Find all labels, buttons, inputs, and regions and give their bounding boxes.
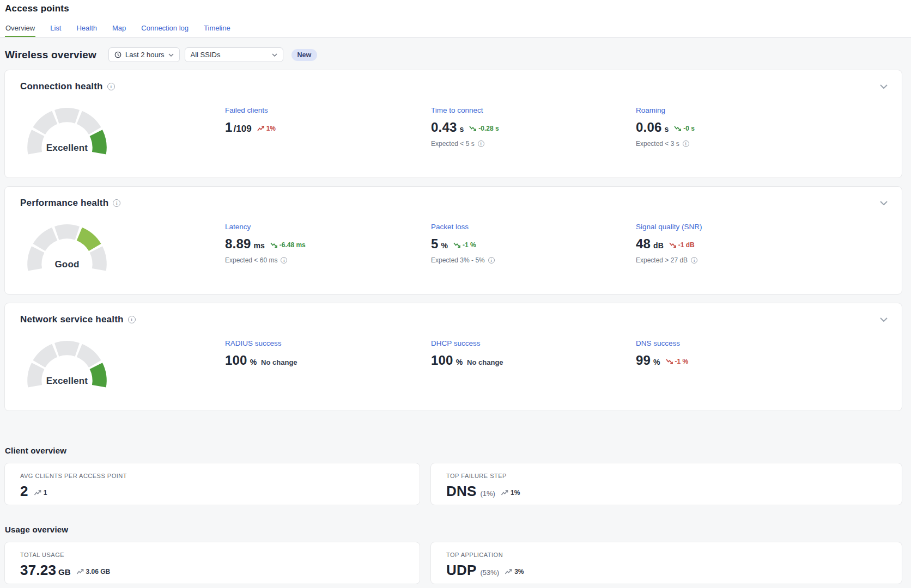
tab-list[interactable]: List — [50, 22, 62, 37]
health-gauge: Excellent — [21, 102, 113, 155]
trend-indicator: -0.28 s — [469, 125, 499, 132]
tab-overview[interactable]: Overview — [5, 22, 35, 37]
trend-down-icon — [669, 242, 676, 248]
time-range-select[interactable]: Last 2 hours — [108, 47, 180, 62]
info-icon[interactable]: i — [691, 257, 697, 264]
trend-indicator: 3% — [505, 568, 524, 575]
top-failure-step-card: TOP FAILURE STEP DNS (1%) 1% — [430, 463, 902, 505]
metric-value: 0.06 — [636, 120, 662, 135]
tab-timeline[interactable]: Timeline — [203, 22, 231, 37]
clock-icon — [114, 51, 122, 58]
wireless-overview-title: Wireless overview — [5, 49, 96, 61]
trend-indicator: No change — [261, 358, 297, 366]
stat-value: 2 — [20, 483, 28, 500]
expected-range: Expected < 3 s i — [636, 140, 816, 148]
gauge-segment — [33, 228, 58, 251]
collapse-chevron-icon[interactable] — [880, 315, 888, 323]
card-title: Performance health — [20, 198, 108, 209]
health-gauge: Good — [21, 218, 113, 271]
connection-health-card: Connection health i Excellent Failed cli… — [4, 70, 902, 178]
tab-connection-log[interactable]: Connection log — [141, 22, 189, 37]
trend-indicator: 1% — [257, 125, 276, 132]
health-gauge: Excellent — [21, 335, 113, 388]
metric-label[interactable]: Roaming — [636, 106, 665, 114]
metric-value: 48 — [636, 236, 651, 252]
metric-label[interactable]: Failed clients — [225, 106, 268, 114]
ssid-select[interactable]: All SSIDs — [185, 47, 283, 62]
collapse-chevron-icon[interactable] — [880, 82, 888, 90]
gauge-segment — [54, 224, 80, 240]
time-range-value: Last 2 hours — [125, 51, 165, 59]
trend-down-icon — [453, 242, 460, 248]
info-icon[interactable]: i — [488, 257, 495, 264]
gauge-label: Excellent — [21, 143, 113, 154]
metric-label[interactable]: DHCP success — [431, 339, 481, 347]
trend-up-icon — [34, 489, 41, 496]
card-title: Network service health — [20, 314, 124, 325]
gauge-segment — [77, 228, 101, 251]
trend-up-icon — [76, 568, 84, 575]
metric-value: 0.43 — [431, 120, 457, 135]
info-icon[interactable]: i — [281, 257, 287, 264]
info-icon[interactable]: i — [107, 83, 115, 90]
metric-dhcp-success: DHCP success 100% No change — [431, 338, 611, 368]
stat-label: TOTAL USAGE — [20, 552, 420, 558]
metric-label[interactable]: Signal quality (SNR) — [636, 223, 702, 231]
metric-value: 5 — [431, 236, 439, 252]
metric-value: 8.89 — [225, 236, 251, 252]
trend-indicator: -1 % — [666, 358, 689, 365]
metric-value: 99 — [636, 353, 651, 368]
total-usage-card: TOTAL USAGE 37.23GB 3.06 GB — [4, 542, 420, 584]
metric-packet-loss: Packet loss 5% -1 % Expected 3% - 5% i — [431, 222, 611, 264]
expected-range: Expected > 27 dB i — [636, 256, 816, 264]
metric-value: 100 — [431, 353, 453, 368]
tab-bar: Overview List Health Map Connection log … — [0, 22, 911, 38]
trend-indicator: -6.48 ms — [270, 241, 306, 249]
metric-label[interactable]: RADIUS success — [225, 339, 282, 347]
metric-label[interactable]: Packet loss — [431, 223, 469, 231]
metric-time-to-connect: Time to connect 0.43s -0.28 s Expected <… — [431, 105, 611, 148]
trend-indicator: No change — [467, 358, 503, 366]
info-icon[interactable]: i — [683, 140, 689, 147]
avg-clients-card: AVG CLIENTS PER ACCESS POINT 2 1 — [4, 463, 420, 505]
metric-label[interactable]: Time to connect — [431, 106, 483, 114]
tab-health[interactable]: Health — [76, 22, 98, 37]
gauge-segment — [77, 344, 101, 367]
metric-label[interactable]: DNS success — [636, 339, 680, 347]
top-application-card: TOP APPLICATION UDP (53%) 3% — [430, 542, 902, 584]
trend-up-icon — [257, 125, 264, 132]
info-icon[interactable]: i — [128, 316, 136, 323]
client-overview-heading: Client overview — [5, 446, 911, 455]
metric-label[interactable]: Latency — [225, 223, 251, 231]
trend-down-icon — [270, 242, 277, 248]
trend-down-icon — [674, 125, 681, 132]
page-header: Access points Overview List Health Map C… — [0, 0, 911, 38]
trend-down-icon — [469, 125, 476, 132]
tab-map[interactable]: Map — [112, 22, 126, 37]
metric-value: 100 — [225, 353, 247, 368]
stat-value: DNS — [446, 483, 477, 500]
info-icon[interactable]: i — [478, 140, 484, 147]
usage-overview-heading: Usage overview — [5, 525, 911, 534]
performance-health-card: Performance health i Good Latency 8.89ms — [4, 186, 902, 295]
collapse-chevron-icon[interactable] — [880, 199, 888, 207]
gauge-segment — [77, 111, 101, 134]
stat-label: AVG CLIENTS PER ACCESS POINT — [20, 473, 420, 479]
wireless-toolbar: Wireless overview Last 2 hours All SSIDs… — [5, 47, 902, 62]
gauge-label: Excellent — [21, 376, 113, 387]
gauge-segment — [33, 111, 58, 134]
metric-value: 1 — [225, 120, 233, 135]
trend-up-icon — [501, 489, 508, 496]
trend-indicator: 1% — [501, 489, 520, 497]
stat-sub: (1%) — [481, 489, 495, 498]
card-title: Connection health — [20, 81, 103, 92]
info-icon[interactable]: i — [113, 199, 120, 207]
trend-indicator: 1 — [34, 489, 47, 497]
gauge-segment — [54, 108, 80, 124]
stat-value: 37.23 — [20, 562, 56, 579]
gauge-label: Good — [21, 259, 113, 270]
metric-latency: Latency 8.89ms -6.48 ms Expected < 60 ms… — [225, 222, 405, 264]
expected-range: Expected < 5 s i — [431, 140, 611, 148]
expected-range: Expected < 60 ms i — [225, 256, 405, 264]
trend-indicator: -1 dB — [669, 241, 695, 249]
